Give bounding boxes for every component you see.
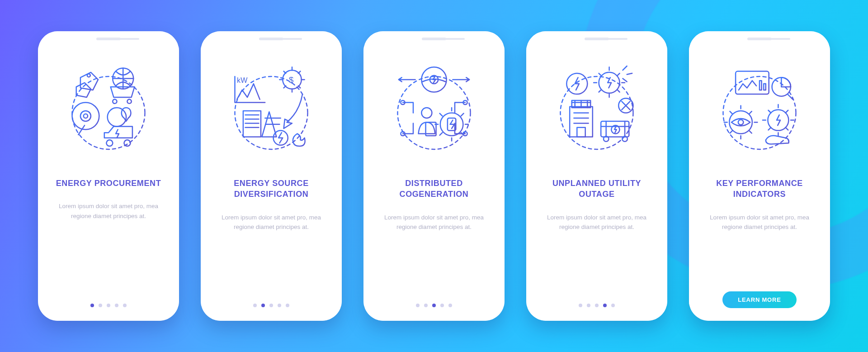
pager-dot[interactable] xyxy=(416,304,420,307)
svg-text:kW: kW xyxy=(237,76,248,84)
pager-dot[interactable] xyxy=(261,304,265,307)
onboarding-screen-2: kW $ ENERGY SOURCE DIVERSIFICATION Lo xyxy=(201,31,342,321)
pager-dot[interactable] xyxy=(269,304,273,307)
pager-dot[interactable] xyxy=(587,304,590,307)
screen-title: ENERGY SOURCE DIVERSIFICATION xyxy=(212,178,330,200)
pager-dot[interactable] xyxy=(115,304,118,307)
pager-dot[interactable] xyxy=(611,304,615,307)
screen-description: Lorem ipsum dolor sit amet pro, mea regi… xyxy=(705,213,814,232)
svg-point-13 xyxy=(398,76,471,149)
pager xyxy=(253,304,289,310)
onboarding-screen-5: KEY PERFORMANCE INDICATORS Lorem ipsum d… xyxy=(689,31,830,321)
pager-dot[interactable] xyxy=(440,304,444,307)
pager-dot[interactable] xyxy=(253,304,257,307)
pager-dot[interactable] xyxy=(90,304,94,307)
onboarding-screen-4: UNPLANNED UTILITY OUTAGE Lorem ipsum dol… xyxy=(526,31,667,321)
pager-dot[interactable] xyxy=(286,304,289,307)
pager-dot[interactable] xyxy=(603,304,607,307)
pager-dot[interactable] xyxy=(595,304,599,307)
svg-rect-38 xyxy=(764,84,766,90)
screen-title: UNPLANNED UTILITY OUTAGE xyxy=(538,178,656,200)
onboarding-screen-1: ENERGY PROCUREMENT Lorem ipsum dolor sit… xyxy=(38,31,179,321)
screen-title: KEY PERFORMANCE INDICATORS xyxy=(701,178,818,200)
unplanned-utility-outage-icon xyxy=(545,56,649,160)
pager-dot[interactable] xyxy=(424,304,428,307)
pager xyxy=(579,304,615,310)
energy-procurement-icon xyxy=(57,56,160,160)
onboarding-stage: ENERGY PROCUREMENT Lorem ipsum dolor sit… xyxy=(0,0,868,352)
pager xyxy=(416,304,452,310)
svg-rect-36 xyxy=(736,71,769,95)
pager-dot[interactable] xyxy=(107,304,110,307)
screen-title: ENERGY PROCUREMENT xyxy=(56,178,161,189)
screen-description: Lorem ipsum dolor sit amet pro, mea regi… xyxy=(217,213,326,232)
svg-text:$: $ xyxy=(289,75,293,85)
pager-dot[interactable] xyxy=(579,304,582,307)
learn-more-button[interactable]: LEARN MORE xyxy=(722,291,796,308)
pager-dot[interactable] xyxy=(278,304,281,307)
svg-rect-27 xyxy=(570,107,593,137)
energy-source-diversification-icon: kW $ xyxy=(219,56,323,160)
svg-point-2 xyxy=(87,74,90,77)
pager-dot[interactable] xyxy=(432,304,436,307)
distributed-cogeneration-icon xyxy=(382,56,486,160)
onboarding-screen-3: DISTRIBUTED COGENERATION Lorem ipsum dol… xyxy=(363,31,505,321)
svg-point-41 xyxy=(738,119,744,125)
svg-point-5 xyxy=(84,114,88,118)
key-performance-indicators-icon xyxy=(708,56,811,160)
pager-dot[interactable] xyxy=(448,304,452,307)
screen-description: Lorem ipsum dolor sit amet pro, mea regi… xyxy=(380,213,488,232)
svg-point-20 xyxy=(421,108,432,118)
pager-dot[interactable] xyxy=(99,304,102,307)
svg-rect-37 xyxy=(760,81,762,90)
svg-rect-29 xyxy=(577,128,585,137)
pager-dot[interactable] xyxy=(123,304,127,307)
screen-description: Lorem ipsum dolor sit amet pro, mea regi… xyxy=(542,213,651,232)
screen-description: Lorem ipsum dolor sit amet pro, mea regi… xyxy=(54,201,163,221)
svg-point-4 xyxy=(80,111,91,121)
svg-point-3 xyxy=(72,103,99,130)
pager xyxy=(90,304,127,310)
screen-title: DISTRIBUTED COGENERATION xyxy=(375,178,493,200)
